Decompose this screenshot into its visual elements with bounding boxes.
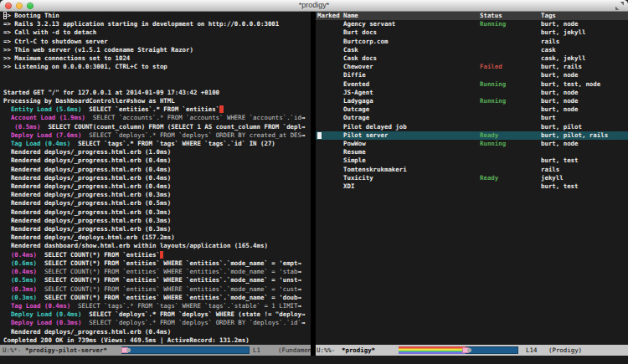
column-label-tags: Tags xyxy=(541,12,628,20)
major-mode-indicator: (Prodigy) xyxy=(548,345,582,356)
log-text: Rendered deploys/_progress.html.erb (0.5… xyxy=(3,199,171,207)
log-text: (0.3ms) xyxy=(3,285,37,293)
process-list-pane[interactable]: Marked Name Status Tags Agency servantRu… xyxy=(316,12,628,364)
process-status xyxy=(480,46,541,54)
modeline-flags: U:%*- xyxy=(3,345,21,356)
process-row[interactable]: PowWowRunningburt, node xyxy=(316,140,628,148)
process-row[interactable]: Cask docscask, jekyll xyxy=(316,54,628,63)
frame-body: => Booting Thin=> Rails 3.2.13 applicati… xyxy=(0,12,628,364)
truncation-icon: → xyxy=(298,259,301,267)
process-row[interactable]: Agency servantRunningburt, node xyxy=(316,20,628,28)
process-status: Running xyxy=(480,140,541,148)
process-row[interactable]: TuxicityReadyjekyll xyxy=(316,174,628,182)
log-line: Rendered dashboard/show.html.erb within … xyxy=(3,242,311,250)
process-row[interactable]: Caskcask xyxy=(316,46,628,54)
process-status: Ready xyxy=(480,174,541,182)
process-tags: burt, pilot xyxy=(541,123,628,131)
process-tags: burt, test xyxy=(541,182,628,191)
marked-cell xyxy=(317,97,343,105)
echo-area[interactable] xyxy=(0,356,628,364)
process-row[interactable]: Outrageburt xyxy=(316,114,628,122)
log-line: Tag Load (0.4ms) SELECT `tags`.* FROM `t… xyxy=(3,302,311,310)
titlebar[interactable]: *prodigy* xyxy=(0,0,628,12)
log-text: (0.4ms) xyxy=(3,251,37,259)
process-status xyxy=(480,114,541,122)
process-row[interactable]: Outcageburt, node xyxy=(316,105,628,114)
log-line: >> Maximum connections set to 1024 xyxy=(3,54,311,63)
process-tags xyxy=(541,148,628,156)
major-mode-indicator: (Fundamental) xyxy=(278,345,311,356)
process-status xyxy=(480,71,541,79)
process-row[interactable]: Burtcorp.comrails xyxy=(316,38,628,46)
log-text: >> Listening on 0.0.0.0:3001, CTRL+C to … xyxy=(3,63,167,70)
marked-cell xyxy=(317,20,343,28)
process-row[interactable]: Diffieburt, node xyxy=(316,71,628,79)
marked-cell xyxy=(317,156,343,165)
column-label-marked: Marked xyxy=(317,12,343,20)
process-row[interactable]: EventedRunningburt, test, node xyxy=(316,80,628,89)
process-name: Simple xyxy=(343,156,480,165)
log-line: Deploy Load (0.4ms) SELECT `deploys`.* F… xyxy=(3,310,311,319)
process-row[interactable]: Burt docsburt, jekyll xyxy=(316,28,628,37)
log-text: SELECT `deploys`.* FROM `deploys` ORDER … xyxy=(81,319,301,326)
process-status: Failed xyxy=(480,63,541,71)
process-row[interactable]: LadygagaRunningburt, node xyxy=(316,97,628,105)
log-line: >> Listening on 0.0.0.0:3001, CTRL+C to … xyxy=(3,63,311,71)
log-text: Rendered deploys/_deploys.html.erb (157.… xyxy=(3,233,175,241)
log-line xyxy=(3,71,311,79)
log-text: >> Maximum connections set to 1024 xyxy=(3,54,130,62)
process-status xyxy=(480,38,541,46)
process-status xyxy=(480,28,541,37)
server-log-pane[interactable]: => Booting Thin=> Rails 3.2.13 applicati… xyxy=(0,12,311,364)
process-row[interactable]: JS-Agentburt, node xyxy=(316,89,628,97)
log-text: SELECT COUNT(*) FROM `entities` WHERE `e… xyxy=(37,276,297,284)
log-text: Deploy Load (7.6ms) xyxy=(3,131,81,139)
log-line: (0.6ms) SELECT COUNT(*) FROM `entities` … xyxy=(3,259,311,268)
log-line: (0.4ms) SELECT COUNT(*) FROM `entities` … xyxy=(3,268,311,276)
process-tags: burt, node xyxy=(541,20,628,28)
line-indicator: L1 xyxy=(253,345,260,356)
truncation-icon: → xyxy=(301,114,305,121)
process-row[interactable]: ChewoverFailedburt, rails xyxy=(316,63,628,71)
log-line: Deploy Load (7.6ms) SELECT `deploys`.* F… xyxy=(3,131,311,140)
process-name: Chewover xyxy=(343,63,480,71)
marked-cell xyxy=(317,148,343,156)
log-text: Deploy Load (0.3ms) xyxy=(3,319,81,326)
trailing-whitespace-block xyxy=(219,105,223,113)
log-line: => Booting Thin xyxy=(3,12,311,20)
process-name: JS-Agent xyxy=(343,89,480,97)
process-name: Outcage xyxy=(343,105,480,114)
log-text: SELECT COUNT(*) FROM `entities` WHERE `e… xyxy=(37,268,297,275)
nyan-cat-icon xyxy=(121,346,131,354)
log-text: Tag Load (0.4ms) xyxy=(3,302,70,310)
truncation-icon: → xyxy=(298,268,301,275)
process-name: Outrage xyxy=(343,114,480,122)
buffer-name: *prodigy-pilot-server* xyxy=(25,345,107,356)
log-line: Account Load (1.9ms) SELECT `accounts`.*… xyxy=(3,114,311,122)
log-text: SELECT `tags`.* FROM `tags` WHERE `tags`… xyxy=(70,302,297,310)
process-row[interactable]: Simpleburt, test xyxy=(316,156,628,165)
process-row[interactable]: Tomtenskrukmakerirails xyxy=(316,166,628,174)
process-row[interactable]: Resume xyxy=(316,148,628,156)
log-line: Rendered deploys/_progress.html.erb (0.4… xyxy=(3,328,311,336)
process-name: Evented xyxy=(343,80,480,89)
log-line: Rendered deploys/_progress.html.erb (0.4… xyxy=(3,166,311,174)
process-name: XDI xyxy=(343,182,480,191)
log-line: (0.5ms) SELECT COUNT(*) FROM `entities` … xyxy=(3,276,311,285)
process-row[interactable]: Pilot serverReadyburt, pilot, rails xyxy=(316,131,628,140)
process-name: Pilot server xyxy=(343,131,480,140)
process-status xyxy=(480,105,541,114)
fullscreen-icon[interactable] xyxy=(615,2,624,10)
log-line: Completed 200 OK in 739ms (Views: 469.5m… xyxy=(3,336,311,345)
process-row[interactable]: XDIburt, test xyxy=(316,182,628,191)
process-row[interactable]: Pilot delayed jobburt, pilot xyxy=(316,123,628,131)
window-title: *prodigy* xyxy=(0,0,628,11)
server-log[interactable]: => Booting Thin=> Rails 3.2.13 applicati… xyxy=(0,12,311,345)
marked-cell xyxy=(317,166,343,174)
log-line: Rendered deploys/_progress.html.erb (0.3… xyxy=(3,217,311,225)
log-text: Rendered deploys/_progress.html.erb (0.4… xyxy=(3,174,171,182)
log-text: => Ctrl-C to shutdown server xyxy=(3,38,108,45)
log-line: (0.4ms) SELECT COUNT(*) FROM `entities` xyxy=(3,251,311,259)
nyan-rainbow xyxy=(399,346,466,354)
process-tags: rails xyxy=(541,166,628,174)
